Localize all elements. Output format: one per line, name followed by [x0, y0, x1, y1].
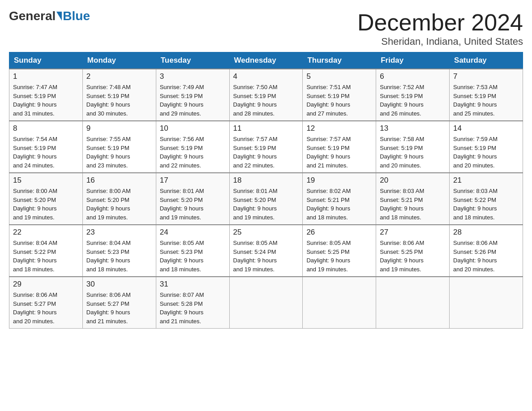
calendar-cell: [376, 277, 450, 329]
calendar-cell: 16Sunrise: 8:00 AMSunset: 5:20 PMDayligh…: [82, 173, 156, 225]
calendar-cell: 28Sunrise: 8:06 AMSunset: 5:26 PMDayligh…: [450, 225, 523, 277]
day-info: Sunrise: 8:07 AMSunset: 5:28 PMDaylight:…: [160, 291, 226, 325]
calendar-cell: 27Sunrise: 8:06 AMSunset: 5:25 PMDayligh…: [376, 225, 450, 277]
day-info: Sunrise: 7:54 AMSunset: 5:19 PMDaylight:…: [13, 135, 79, 170]
calendar-cell: 5Sunrise: 7:51 AMSunset: 5:19 PMDaylight…: [303, 69, 376, 121]
calendar-cell: 12Sunrise: 7:57 AMSunset: 5:19 PMDayligh…: [303, 121, 376, 173]
day-info: Sunrise: 7:55 AMSunset: 5:19 PMDaylight:…: [86, 135, 152, 170]
day-number: 16: [86, 176, 152, 185]
day-info: Sunrise: 8:06 AMSunset: 5:27 PMDaylight:…: [86, 291, 152, 325]
day-info: Sunrise: 7:57 AMSunset: 5:19 PMDaylight:…: [306, 135, 372, 170]
calendar-cell: 9Sunrise: 7:55 AMSunset: 5:19 PMDaylight…: [82, 121, 156, 173]
day-info: Sunrise: 8:01 AMSunset: 5:20 PMDaylight:…: [160, 187, 226, 222]
day-info: Sunrise: 8:02 AMSunset: 5:21 PMDaylight:…: [306, 187, 372, 222]
day-info: Sunrise: 8:00 AMSunset: 5:20 PMDaylight:…: [86, 187, 152, 222]
day-number: 25: [233, 228, 299, 237]
logo-triangle-icon: [56, 12, 62, 21]
week-row-2: 8Sunrise: 7:54 AMSunset: 5:19 PMDaylight…: [9, 121, 523, 173]
day-info: Sunrise: 8:03 AMSunset: 5:22 PMDaylight:…: [453, 187, 519, 222]
day-info: Sunrise: 8:06 AMSunset: 5:26 PMDaylight:…: [453, 239, 519, 274]
day-info: Sunrise: 7:52 AMSunset: 5:19 PMDaylight:…: [380, 83, 446, 118]
header-row: SundayMondayTuesdayWednesdayThursdayFrid…: [9, 52, 523, 69]
day-number: 18: [233, 176, 299, 185]
day-info: Sunrise: 8:04 AMSunset: 5:23 PMDaylight:…: [86, 239, 152, 274]
month-title: December 2024: [357, 9, 523, 36]
day-info: Sunrise: 7:51 AMSunset: 5:19 PMDaylight:…: [306, 83, 372, 118]
week-row-3: 15Sunrise: 8:00 AMSunset: 5:20 PMDayligh…: [9, 173, 523, 225]
day-number: 20: [380, 176, 446, 185]
day-number: 30: [86, 280, 152, 289]
col-header-friday: Friday: [376, 52, 450, 69]
calendar-cell: 30Sunrise: 8:06 AMSunset: 5:27 PMDayligh…: [82, 277, 156, 329]
calendar-cell: 8Sunrise: 7:54 AMSunset: 5:19 PMDaylight…: [9, 121, 83, 173]
calendar-cell: 20Sunrise: 8:03 AMSunset: 5:21 PMDayligh…: [376, 173, 450, 225]
day-info: Sunrise: 8:06 AMSunset: 5:25 PMDaylight:…: [380, 239, 446, 274]
day-info: Sunrise: 8:05 AMSunset: 5:23 PMDaylight:…: [160, 239, 226, 274]
day-number: 15: [13, 176, 79, 185]
col-header-tuesday: Tuesday: [156, 52, 229, 69]
day-number: 29: [13, 280, 79, 289]
week-row-4: 22Sunrise: 8:04 AMSunset: 5:22 PMDayligh…: [9, 225, 523, 277]
calendar-cell: 4Sunrise: 7:50 AMSunset: 5:19 PMDaylight…: [229, 69, 303, 121]
calendar-cell: 10Sunrise: 7:56 AMSunset: 5:19 PMDayligh…: [156, 121, 229, 173]
calendar-cell: 7Sunrise: 7:53 AMSunset: 5:19 PMDaylight…: [450, 69, 523, 121]
col-header-wednesday: Wednesday: [229, 52, 303, 69]
page-header: General Blue December 2024 Sheridan, Ind…: [9, 9, 523, 47]
day-number: 28: [453, 228, 519, 237]
day-info: Sunrise: 7:56 AMSunset: 5:19 PMDaylight:…: [160, 135, 226, 170]
logo-general-text: General: [9, 9, 56, 23]
day-info: Sunrise: 8:03 AMSunset: 5:21 PMDaylight:…: [380, 187, 446, 222]
calendar-cell: 11Sunrise: 7:57 AMSunset: 5:19 PMDayligh…: [229, 121, 303, 173]
col-header-monday: Monday: [82, 52, 156, 69]
calendar-cell: 29Sunrise: 8:06 AMSunset: 5:27 PMDayligh…: [9, 277, 83, 329]
day-info: Sunrise: 8:04 AMSunset: 5:22 PMDaylight:…: [13, 239, 79, 274]
week-row-1: 1Sunrise: 7:47 AMSunset: 5:19 PMDaylight…: [9, 69, 523, 121]
day-number: 2: [86, 72, 152, 81]
day-info: Sunrise: 7:48 AMSunset: 5:19 PMDaylight:…: [86, 83, 152, 118]
day-number: 23: [86, 228, 152, 237]
day-number: 3: [160, 72, 226, 81]
calendar-cell: 2Sunrise: 7:48 AMSunset: 5:19 PMDaylight…: [82, 69, 156, 121]
day-number: 13: [380, 124, 446, 133]
day-number: 4: [233, 72, 299, 81]
calendar-cell: 26Sunrise: 8:05 AMSunset: 5:25 PMDayligh…: [303, 225, 376, 277]
day-number: 1: [13, 72, 79, 81]
day-number: 17: [160, 176, 226, 185]
calendar-cell: [450, 277, 523, 329]
day-number: 24: [160, 228, 226, 237]
calendar-cell: 13Sunrise: 7:58 AMSunset: 5:19 PMDayligh…: [376, 121, 450, 173]
calendar-cell: 18Sunrise: 8:01 AMSunset: 5:20 PMDayligh…: [229, 173, 303, 225]
day-info: Sunrise: 7:50 AMSunset: 5:19 PMDaylight:…: [233, 83, 299, 118]
day-number: 21: [453, 176, 519, 185]
calendar-cell: 23Sunrise: 8:04 AMSunset: 5:23 PMDayligh…: [82, 225, 156, 277]
day-number: 22: [13, 228, 79, 237]
logo-blue-text: Blue: [63, 9, 90, 23]
calendar-cell: 3Sunrise: 7:49 AMSunset: 5:19 PMDaylight…: [156, 69, 229, 121]
day-number: 9: [86, 124, 152, 133]
day-info: Sunrise: 7:59 AMSunset: 5:19 PMDaylight:…: [453, 135, 519, 170]
calendar-cell: 17Sunrise: 8:01 AMSunset: 5:20 PMDayligh…: [156, 173, 229, 225]
week-row-5: 29Sunrise: 8:06 AMSunset: 5:27 PMDayligh…: [9, 277, 523, 329]
calendar-cell: 19Sunrise: 8:02 AMSunset: 5:21 PMDayligh…: [303, 173, 376, 225]
day-info: Sunrise: 7:57 AMSunset: 5:19 PMDaylight:…: [233, 135, 299, 170]
day-info: Sunrise: 7:47 AMSunset: 5:19 PMDaylight:…: [13, 83, 79, 118]
day-info: Sunrise: 7:53 AMSunset: 5:19 PMDaylight:…: [453, 83, 519, 118]
calendar-cell: 22Sunrise: 8:04 AMSunset: 5:22 PMDayligh…: [9, 225, 83, 277]
calendar-cell: 31Sunrise: 8:07 AMSunset: 5:28 PMDayligh…: [156, 277, 229, 329]
day-info: Sunrise: 7:58 AMSunset: 5:19 PMDaylight:…: [380, 135, 446, 170]
calendar-cell: 14Sunrise: 7:59 AMSunset: 5:19 PMDayligh…: [450, 121, 523, 173]
calendar-cell: 21Sunrise: 8:03 AMSunset: 5:22 PMDayligh…: [450, 173, 523, 225]
location-title: Sheridan, Indiana, United States: [357, 36, 523, 47]
day-number: 12: [306, 124, 372, 133]
day-number: 27: [380, 228, 446, 237]
calendar-cell: 25Sunrise: 8:05 AMSunset: 5:24 PMDayligh…: [229, 225, 303, 277]
col-header-sunday: Sunday: [9, 52, 83, 69]
calendar-cell: 6Sunrise: 7:52 AMSunset: 5:19 PMDaylight…: [376, 69, 450, 121]
day-number: 8: [13, 124, 79, 133]
day-number: 6: [380, 72, 446, 81]
day-number: 31: [160, 280, 226, 289]
calendar-cell: [229, 277, 303, 329]
day-info: Sunrise: 8:01 AMSunset: 5:20 PMDaylight:…: [233, 187, 299, 222]
day-info: Sunrise: 7:49 AMSunset: 5:19 PMDaylight:…: [160, 83, 226, 118]
calendar-cell: 1Sunrise: 7:47 AMSunset: 5:19 PMDaylight…: [9, 69, 83, 121]
